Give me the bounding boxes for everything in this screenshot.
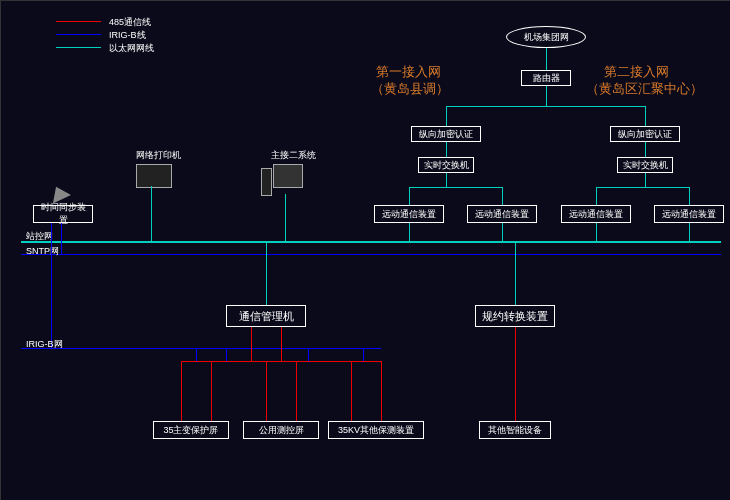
node-dev2: 公用测控屏 <box>243 421 319 439</box>
legend-label-eth: 以太网网线 <box>109 42 154 55</box>
node-switch-left: 实时交换机 <box>418 157 474 173</box>
conn-red <box>296 361 297 421</box>
conn-blue <box>226 348 227 361</box>
label-irigb: IRIG-B网 <box>26 338 63 351</box>
conn-red <box>281 327 282 361</box>
conn <box>502 187 503 205</box>
annot-net2-l2: （黄岛区汇聚中心） <box>586 80 703 98</box>
conn-red <box>515 327 516 421</box>
conn <box>409 223 410 241</box>
node-auth-left: 纵向加密认证 <box>411 126 481 142</box>
conn <box>645 106 646 126</box>
node-dev1: 35主变保护屏 <box>153 421 229 439</box>
diagram-canvas: 485通信线 IRIG-B线 以太网网线 机场集团网 路由器 第一接入网 （黄岛… <box>0 0 730 500</box>
legend-label-485: 485通信线 <box>109 16 151 29</box>
conn <box>689 223 690 241</box>
conn-red <box>351 361 352 421</box>
conn <box>515 243 516 305</box>
conn <box>446 106 646 107</box>
node-dev3: 35KV其他保测装置 <box>328 421 424 439</box>
node-time-sync: 时间同步装置 <box>33 205 93 223</box>
conn-red <box>211 361 212 421</box>
bus-sntp <box>21 254 721 255</box>
node-auth-right: 纵向加密认证 <box>610 126 680 142</box>
conn-blue <box>51 223 52 348</box>
conn <box>596 187 597 205</box>
conn-red <box>181 361 182 421</box>
conn-blue <box>363 348 364 361</box>
conn <box>446 173 447 187</box>
printer-icon <box>136 164 172 188</box>
node-comm4: 远动通信装置 <box>654 205 724 223</box>
conn-blue <box>308 348 309 361</box>
legend-key-irig <box>56 34 101 35</box>
label-sntp: SNTP网 <box>26 245 59 258</box>
conn-blue <box>196 348 197 361</box>
bus-irigb <box>21 348 381 349</box>
node-comm2: 远动通信装置 <box>467 205 537 223</box>
conn <box>546 86 547 106</box>
conn-red <box>251 327 252 361</box>
conn <box>409 187 410 205</box>
conn <box>502 223 503 241</box>
conn <box>151 186 152 241</box>
conn <box>689 187 690 205</box>
conn <box>645 173 646 187</box>
conn <box>546 48 547 70</box>
conn-red <box>266 361 267 421</box>
tower-icon <box>261 168 272 196</box>
node-comm3: 远动通信装置 <box>561 205 631 223</box>
node-top-network: 机场集团网 <box>506 26 586 48</box>
legend-key-485 <box>56 21 101 22</box>
label-workstation: 主接二系统 <box>271 149 316 162</box>
conn <box>266 243 267 305</box>
conn <box>409 187 503 188</box>
annot-net1-l1: 第一接入网 <box>376 63 441 81</box>
annot-net2-l1: 第二接入网 <box>604 63 669 81</box>
annot-net1-l2: （黄岛县调） <box>371 80 449 98</box>
conn <box>596 223 597 241</box>
legend-label-irig: IRIG-B线 <box>109 29 146 42</box>
monitor-icon <box>273 164 303 188</box>
conn <box>446 142 447 157</box>
node-dev4: 其他智能设备 <box>479 421 551 439</box>
conn <box>446 106 447 126</box>
node-comm1: 远动通信装置 <box>374 205 444 223</box>
conn <box>596 187 690 188</box>
label-printer: 网络打印机 <box>136 149 181 162</box>
conn-blue <box>61 223 62 254</box>
node-comm-mgr: 通信管理机 <box>226 305 306 327</box>
conn <box>645 142 646 157</box>
conn <box>285 194 286 241</box>
conn-red <box>381 361 382 421</box>
legend-key-eth <box>56 47 101 48</box>
node-switch-right: 实时交换机 <box>617 157 673 173</box>
node-router: 路由器 <box>521 70 571 86</box>
bus-station <box>21 241 721 243</box>
node-proto-conv: 规约转换装置 <box>475 305 555 327</box>
